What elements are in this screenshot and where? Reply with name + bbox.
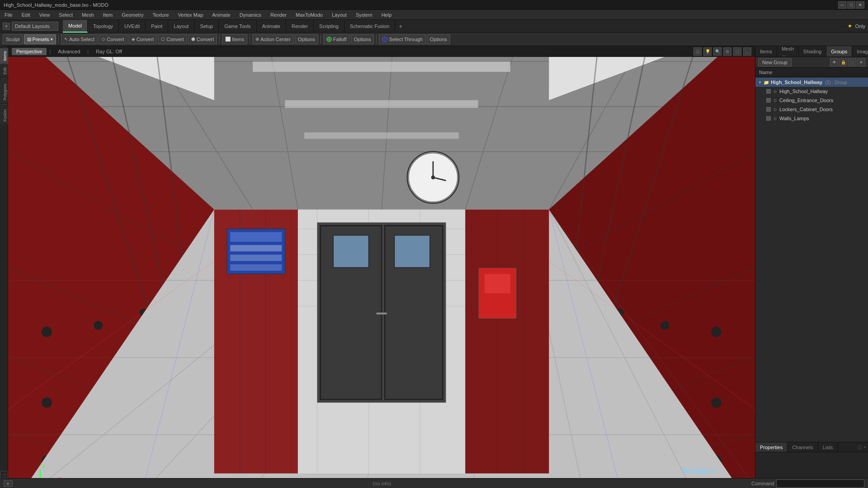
menu-maxtomodo[interactable]: MaxToModo <box>294 11 325 19</box>
props-more-icon[interactable]: + <box>863 445 866 450</box>
panel-tab-images[interactable]: Images <box>852 46 868 56</box>
tab-animate[interactable]: Animate <box>257 20 286 33</box>
sidebar-item-polygons[interactable]: Polygons <box>0 80 8 103</box>
command-input[interactable] <box>776 479 864 488</box>
menu-render[interactable]: Render <box>269 11 288 19</box>
groups-eye-icon[interactable]: 👁 <box>830 58 838 66</box>
select-through-button[interactable]: Select Through <box>379 34 425 44</box>
viewport-icon-light[interactable]: 💡 <box>703 47 712 56</box>
viewport-icon-more[interactable]: … <box>743 47 751 56</box>
group-item-ceiling[interactable]: ◇ Ceiling_Entrance_Doors <box>755 96 868 105</box>
menu-view[interactable]: View <box>38 11 52 19</box>
props-tab-channels[interactable]: Channels <box>788 442 818 452</box>
menu-geometry[interactable]: Geometry <box>120 11 145 19</box>
viewport[interactable]: Perspective | Advanced | Ray GL: Off 🎥 💡… <box>8 46 755 478</box>
falloff-button[interactable]: Falloff <box>323 34 350 44</box>
group-item-walls[interactable]: ◇ Walls_Lamps <box>755 114 868 123</box>
select-through-label: Select Through <box>389 37 422 42</box>
viewport-icon-display[interactable]: ⊙ <box>723 47 731 56</box>
props-tab-lists[interactable]: Lists <box>818 442 838 452</box>
groups-delete-icon[interactable]: ✕ <box>857 58 865 66</box>
auto-select-button[interactable]: ↖ Auto Select <box>61 34 98 44</box>
menu-animate[interactable]: Animate <box>210 11 232 19</box>
viewport-tab-perspective[interactable]: Perspective <box>12 48 47 55</box>
options-button-1[interactable]: Options <box>295 34 318 44</box>
tab-schematic-fusion[interactable]: Schematic Fusion <box>344 20 395 33</box>
tab-setup[interactable]: Setup <box>194 20 219 33</box>
svg-rect-78 <box>230 245 282 251</box>
group-vis-icon-3 <box>766 107 771 112</box>
menu-edit[interactable]: Edit <box>20 11 32 19</box>
options-button-3[interactable]: Options <box>427 34 450 44</box>
items-button[interactable]: ⬜ Items <box>222 34 247 44</box>
menu-dynamics[interactable]: Dynamics <box>238 11 263 19</box>
tab-layout[interactable]: Layout <box>168 20 194 33</box>
tab-render[interactable]: Render <box>286 20 314 33</box>
viewport-icons: 🎥 💡 🔍 ⊙ ⬚ … <box>693 47 751 56</box>
group-item-lockers[interactable]: ◇ Lockers_Cabinet_Doors <box>755 105 868 114</box>
left-panel-collapse-button[interactable]: ◁ <box>0 471 8 478</box>
command-area: Command <box>751 479 864 488</box>
sculpt-button[interactable]: Sculpt <box>3 34 23 44</box>
viewport-icon-camera[interactable]: 🎥 <box>693 47 702 56</box>
presets-button[interactable]: ▤ Presets ▾ <box>24 34 56 44</box>
tab-paint[interactable]: Paint <box>146 20 168 33</box>
props-tab-properties[interactable]: Properties <box>755 442 788 452</box>
convert-button-2[interactable]: ◈ Convert <box>128 34 157 44</box>
menu-item[interactable]: Item <box>101 11 114 19</box>
tab-model[interactable]: Model <box>63 20 88 33</box>
group-item-hallway[interactable]: ◇ High_School_Hallway <box>755 87 868 96</box>
convert-button-4[interactable]: ⬟ Convert <box>188 34 217 44</box>
props-expand-icon[interactable]: ⬡ <box>858 445 862 450</box>
menu-layout[interactable]: Layout <box>330 11 349 19</box>
tab-scripting[interactable]: Scripting <box>314 20 344 33</box>
viewport-icon-zoom[interactable]: 🔍 <box>713 47 722 56</box>
menu-texture[interactable]: Texture <box>151 11 171 19</box>
convert-label-4: Convert <box>197 37 214 42</box>
menu-vertex-map[interactable]: Vertex Map <box>176 11 205 19</box>
menu-help[interactable]: Help <box>380 11 394 19</box>
action-center-icon: ⊕ <box>255 37 259 42</box>
new-group-button[interactable]: New Group <box>758 58 792 66</box>
layout-dropdown[interactable]: Default Layouts <box>12 22 58 31</box>
right-panel: Items Mesh ... Shading Groups Images + N… <box>755 46 868 478</box>
minimize-button[interactable]: ─ <box>838 1 846 9</box>
status-bar: ▸ (no info) Command <box>0 478 868 488</box>
door-handle-right <box>382 313 387 314</box>
tab-uvedit[interactable]: UVEdit <box>119 20 146 33</box>
menu-file[interactable]: File <box>3 11 14 19</box>
layout-right: ★ Only <box>848 23 865 29</box>
menu-select[interactable]: Select <box>57 11 75 19</box>
groups-render-icon[interactable]: ⬚ <box>848 58 856 66</box>
options-button-2[interactable]: Options <box>351 34 374 44</box>
menu-mesh[interactable]: Mesh <box>80 11 96 19</box>
viewport-tab-advanced[interactable]: Advanced <box>53 48 85 55</box>
close-button[interactable]: ✕ <box>856 1 864 9</box>
panel-tab-groups[interactable]: Groups <box>826 46 852 56</box>
panel-tab-shading[interactable]: Shading <box>799 46 826 56</box>
groups-content[interactable]: ▼ 📁 High_School_Hallway (2) : Group ◇ Hi… <box>755 77 868 442</box>
tab-topology[interactable]: Topology <box>88 20 119 33</box>
tab-game-tools[interactable]: Game Tools <box>219 20 257 33</box>
action-center-label: Action Center <box>260 37 291 42</box>
layout-menu-icon[interactable]: ≡ <box>3 23 10 30</box>
sidebar-item-edit[interactable]: Edit <box>0 64 8 77</box>
status-left-icon[interactable]: ▸ <box>4 480 13 487</box>
groups-lock-icon[interactable]: 🔒 <box>839 58 847 66</box>
group-item-root[interactable]: ▼ 📁 High_School_Hallway (2) : Group <box>755 78 868 87</box>
add-layout-tab-button[interactable]: + <box>395 20 406 33</box>
sidebar-item-fusion[interactable]: Fusion <box>0 106 8 124</box>
all-vertices-text: All Vertices <box>681 467 717 475</box>
panel-tab-mesh[interactable]: Mesh ... <box>777 46 799 56</box>
maximize-button[interactable]: □ <box>847 1 855 9</box>
convert-button-3[interactable]: ⬡ Convert <box>158 34 187 44</box>
convert-button-1[interactable]: ◇ Convert <box>99 34 127 44</box>
menu-system[interactable]: System <box>354 11 374 19</box>
sidebar-item-items[interactable]: Items <box>0 48 8 64</box>
action-center-button[interactable]: ⊕ Action Center <box>252 34 294 44</box>
viewport-icon-grid[interactable]: ⬚ <box>733 47 741 56</box>
svg-rect-79 <box>230 255 282 261</box>
viewport-ray-gl[interactable]: Ray GL: Off <box>91 48 127 55</box>
panel-tab-items[interactable]: Items <box>755 46 777 56</box>
svg-rect-81 <box>485 274 510 293</box>
